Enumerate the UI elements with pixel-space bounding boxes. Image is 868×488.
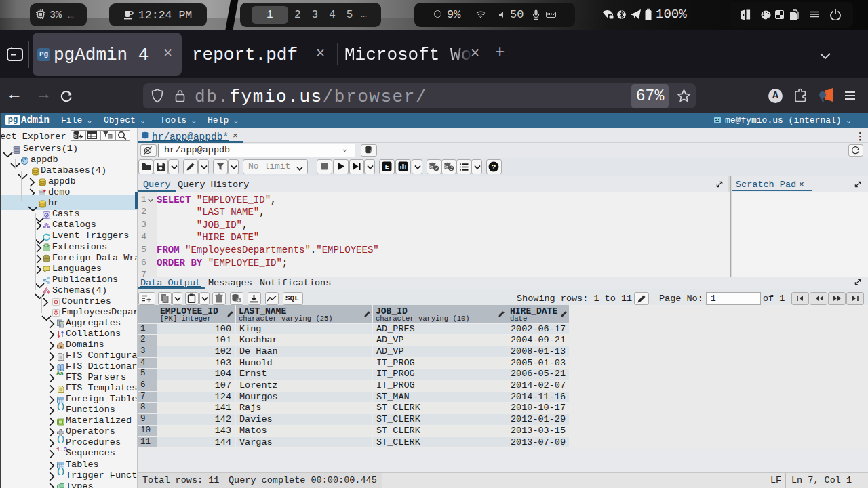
svg-text:?: ? (492, 163, 496, 171)
svg-text:E: E (385, 163, 389, 171)
